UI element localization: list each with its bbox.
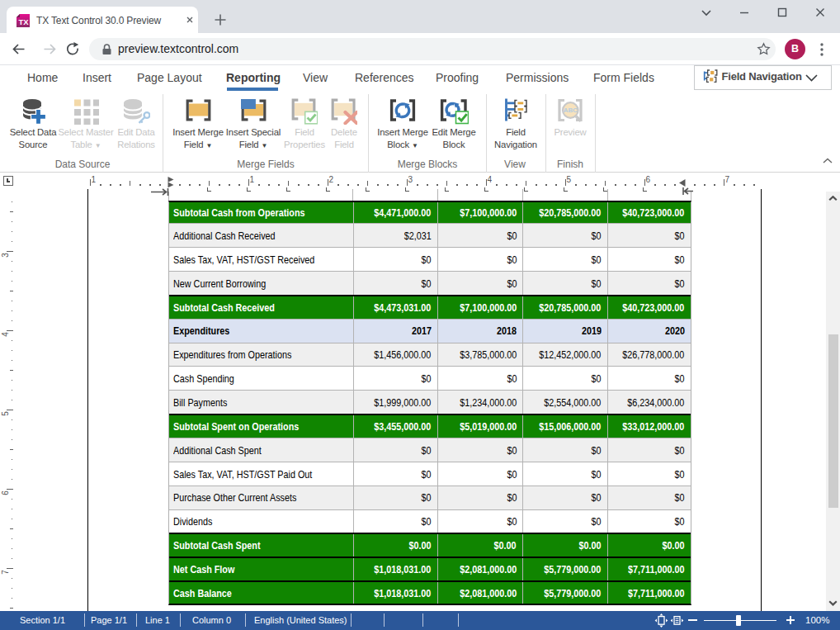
svg-text:TX: TX — [18, 17, 29, 26]
svg-text:ABC: ABC — [564, 107, 578, 114]
